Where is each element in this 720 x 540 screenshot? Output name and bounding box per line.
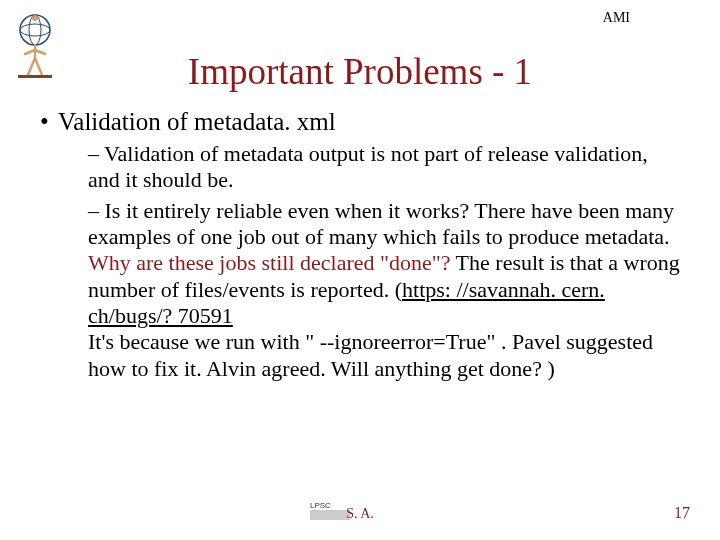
bullet1-text: Validation of metadata. xml bbox=[58, 108, 336, 135]
svg-point-3 bbox=[32, 15, 38, 21]
footer-author: S. A. bbox=[0, 506, 720, 522]
bullet-level1: •Validation of metadata. xml bbox=[40, 108, 680, 137]
bullet-level2-1: – Validation of metadata output is not p… bbox=[88, 141, 680, 194]
sub1-text: Validation of metadata output is not par… bbox=[88, 141, 648, 192]
page-number: 17 bbox=[674, 504, 690, 522]
sub2c-text: It's because we run with " --ignoreerror… bbox=[88, 329, 653, 380]
dash-icon: – bbox=[88, 141, 104, 166]
dash-icon: – bbox=[88, 198, 105, 223]
svg-point-1 bbox=[20, 24, 50, 36]
header-label: AMI bbox=[603, 10, 630, 26]
sub2a-text: Is it entirely reliable even when it wor… bbox=[88, 198, 674, 249]
bullet-level2-2: – Is it entirely reliable even when it w… bbox=[88, 198, 680, 383]
slide-content: •Validation of metadata. xml – Validatio… bbox=[40, 108, 680, 382]
bullet-dot-icon: • bbox=[40, 108, 58, 137]
sub2-highlight: Why are these jobs still declared "done"… bbox=[88, 250, 451, 275]
slide-title: Important Problems - 1 bbox=[0, 50, 720, 93]
